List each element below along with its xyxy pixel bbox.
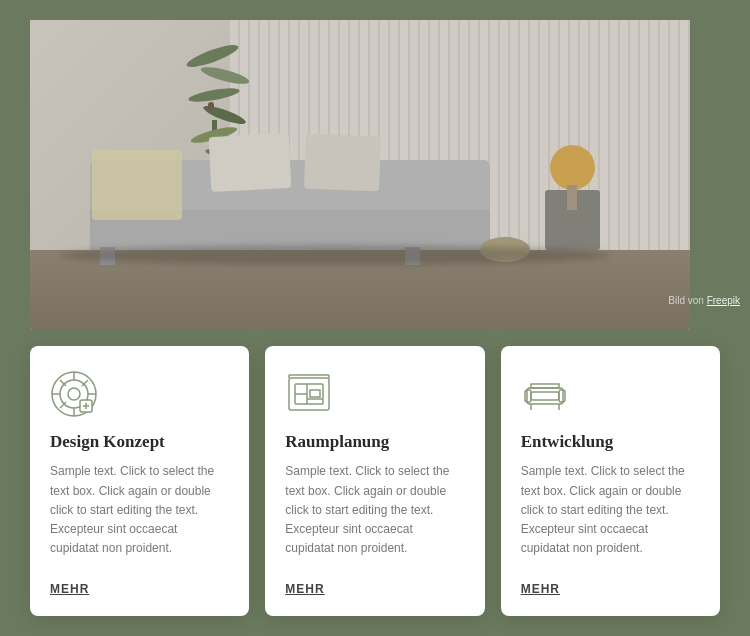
page-wrapper: Bild von Freepik xyxy=(0,0,750,636)
card-link-raumplanung[interactable]: MEHR xyxy=(285,582,464,596)
card-raumplanung: Raumplanung Sample text. Click to select… xyxy=(265,346,484,616)
card-title-entwicklung: Entwicklung xyxy=(521,432,700,452)
freepik-link[interactable]: Freepik xyxy=(707,295,740,306)
throw-blanket xyxy=(92,150,182,220)
pillow2 xyxy=(304,134,381,192)
design-icon xyxy=(50,370,98,418)
cards-section: Design Konzept Sample text. Click to sel… xyxy=(30,346,720,616)
card-body-entwicklung: Sample text. Click to select the text bo… xyxy=(521,462,700,572)
card-title-raumplanung: Raumplanung xyxy=(285,432,464,452)
card-body-raumplanung: Sample text. Click to select the text bo… xyxy=(285,462,464,572)
rug xyxy=(60,245,610,265)
pillow1 xyxy=(209,133,292,192)
svg-rect-18 xyxy=(527,388,563,404)
svg-point-2 xyxy=(68,388,80,400)
svg-rect-19 xyxy=(531,392,559,400)
lamp-head xyxy=(550,145,595,190)
hero-image xyxy=(30,20,690,330)
sofa-icon xyxy=(521,370,569,418)
lamp-stem xyxy=(567,185,577,210)
floor-plan-icon xyxy=(285,370,333,418)
card-link-entwicklung[interactable]: MEHR xyxy=(521,582,700,596)
svg-rect-21 xyxy=(559,390,565,402)
card-body-design: Sample text. Click to select the text bo… xyxy=(50,462,229,572)
card-entwicklung: Entwicklung Sample text. Click to select… xyxy=(501,346,720,616)
card-title-design: Design Konzept xyxy=(50,432,229,452)
card-design-konzept: Design Konzept Sample text. Click to sel… xyxy=(30,346,249,616)
room-simulation xyxy=(30,20,690,330)
svg-rect-20 xyxy=(525,390,531,402)
freepik-credit: Bild von Freepik xyxy=(668,295,740,306)
card-link-design[interactable]: MEHR xyxy=(50,582,229,596)
